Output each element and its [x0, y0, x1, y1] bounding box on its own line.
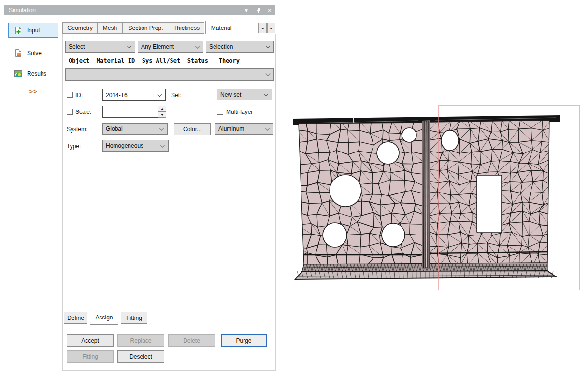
system-value: Global	[106, 125, 123, 132]
fitting-button-label: Fitting	[82, 353, 98, 360]
tab-assign[interactable]: Assign	[90, 310, 118, 325]
tab-scroll-right-button[interactable]: ►	[267, 23, 275, 33]
sidebar-item-solve[interactable]: Solve	[8, 45, 58, 60]
color-button-label: Color...	[183, 126, 201, 133]
delete-button-label: Delete	[183, 337, 200, 344]
set-dropdown[interactable]: New set	[217, 89, 272, 100]
selection-method-value: Selection	[209, 43, 233, 50]
results-chart-icon	[14, 69, 23, 78]
selection-method-dropdown[interactable]: Selection	[206, 41, 274, 53]
app-stage: Simulation ▼ ✕ Input	[0, 0, 588, 373]
select-mode-dropdown[interactable]: Select	[65, 41, 135, 53]
titlebar-close-icon[interactable]: ✕	[265, 5, 274, 15]
tab-assign-label: Assign	[95, 314, 113, 321]
object-list-dropdown[interactable]	[65, 68, 274, 81]
replace-button[interactable]: Replace	[117, 334, 164, 347]
titlebar-dropdown-caret-icon[interactable]: ▼	[242, 5, 251, 15]
expander-label: >>	[29, 88, 37, 95]
purge-button-label: Purge	[236, 337, 251, 344]
sidebar-expander[interactable]: >>	[8, 88, 58, 95]
scale-checkbox[interactable]	[67, 109, 73, 115]
chevron-down-icon	[265, 126, 270, 131]
tab-material[interactable]: Material	[205, 21, 237, 34]
tab-fitting[interactable]: Fitting	[121, 312, 147, 324]
sidebar-results-label: Results	[27, 70, 46, 77]
chevron-down-icon	[160, 143, 165, 148]
id-value: 2014-T6	[106, 92, 128, 98]
purge-button[interactable]: Purge	[221, 334, 267, 347]
tab-thickness[interactable]: Thickness	[169, 22, 204, 34]
chevron-down-icon	[266, 71, 271, 76]
chevron-down-icon	[158, 92, 162, 97]
scale-input[interactable]	[102, 106, 158, 118]
spinner-down-button[interactable]	[158, 111, 166, 118]
element-filter-value: Any Element	[141, 43, 174, 50]
set-label: Set:	[171, 92, 181, 98]
panel-title: Simulation	[9, 7, 36, 14]
element-filter-dropdown[interactable]: Any Element	[138, 41, 203, 53]
tab-fitting-label: Fitting	[126, 315, 142, 321]
tab-scroll-left-button[interactable]: ◄	[258, 23, 267, 33]
id-checkbox[interactable]	[67, 92, 73, 98]
multilayer-checkbox[interactable]	[217, 109, 223, 115]
set-value: New set	[220, 91, 241, 98]
deselect-button[interactable]: Deselect	[117, 350, 164, 363]
fitting-button[interactable]: Fitting	[67, 350, 114, 363]
tab-thickness-label: Thickness	[173, 25, 200, 31]
material-dropdown[interactable]: Aluminum	[215, 123, 273, 135]
id-combobox[interactable]: 2014-T6	[102, 89, 166, 101]
accept-button[interactable]: Accept	[67, 334, 114, 347]
type-dropdown[interactable]: Homogeneous	[102, 140, 169, 152]
system-label: System:	[67, 126, 87, 133]
titlebar-pin-icon[interactable]	[254, 5, 263, 15]
replace-button-label: Replace	[130, 337, 151, 344]
type-label: Type:	[67, 143, 81, 150]
sidebar-item-results[interactable]: Results	[8, 66, 58, 81]
simulation-panel: Simulation ▼ ✕ Input	[4, 5, 275, 373]
material-value: Aluminum	[218, 125, 244, 132]
spinner-up-button[interactable]	[158, 106, 166, 111]
system-dropdown[interactable]: Global	[102, 123, 168, 135]
delete-button[interactable]: Delete	[168, 334, 215, 347]
material-tab-page: Select Any Element Selection Object Mate…	[62, 34, 276, 371]
chevron-down-icon	[264, 92, 269, 97]
color-button[interactable]: Color...	[174, 123, 211, 135]
tab-define[interactable]: Define	[64, 312, 87, 324]
chevron-down-icon	[266, 44, 271, 49]
panel-titlebar[interactable]: Simulation	[4, 5, 275, 15]
object-list-header: Object Material ID Sys All/Set Status Th…	[69, 57, 240, 64]
tab-section-prop[interactable]: Section Prop.	[122, 22, 169, 34]
tab-mesh[interactable]: Mesh	[97, 22, 122, 34]
sidebar-input-label: Input	[27, 27, 40, 34]
tab-section-prop-label: Section Prop.	[128, 25, 163, 31]
type-value: Homogeneous	[106, 142, 143, 149]
sidebar-solve-label: Solve	[27, 50, 42, 56]
tab-mesh-label: Mesh	[103, 25, 117, 31]
chevron-down-icon	[159, 126, 164, 131]
id-label: ID:	[75, 92, 83, 98]
pin-icon	[256, 7, 261, 14]
tab-define-label: Define	[67, 315, 84, 321]
tab-material-label: Material	[211, 25, 232, 31]
multilayer-label: Multi-layer	[226, 109, 253, 115]
chevron-down-icon	[195, 44, 200, 49]
input-page-plus-icon	[14, 26, 23, 35]
chevron-down-icon	[127, 44, 132, 49]
deselect-button-label: Deselect	[129, 353, 152, 360]
up-arrow-icon	[161, 108, 164, 110]
sidebar-item-input[interactable]: Input	[8, 23, 58, 38]
scale-label: Scale:	[75, 109, 91, 115]
scale-spinner[interactable]	[158, 106, 166, 118]
tab-geometry[interactable]: Geometry	[62, 22, 97, 34]
down-arrow-icon	[161, 114, 164, 116]
tab-geometry-label: Geometry	[67, 25, 93, 31]
solve-page-icon	[14, 49, 23, 57]
select-mode-value: Select	[69, 43, 85, 50]
accept-button-label: Accept	[81, 337, 99, 344]
